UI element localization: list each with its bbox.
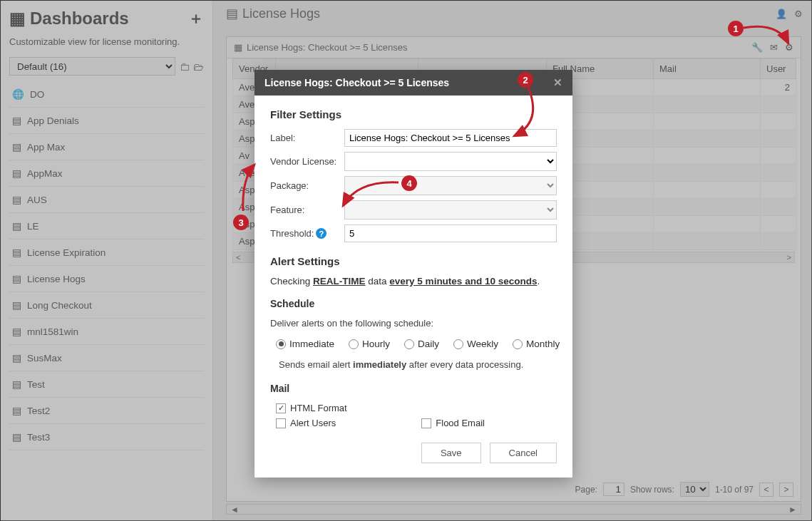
close-icon[interactable]: ✕ <box>553 76 562 89</box>
sidebar-item[interactable]: ▤Test2 <box>9 398 204 424</box>
chk-html-format[interactable]: ✓HTML Format <box>276 403 557 413</box>
feature-select[interactable] <box>344 200 557 220</box>
settings-gear-icon[interactable]: ⚙ <box>794 9 803 19</box>
radio-daily[interactable]: Daily <box>404 339 439 349</box>
vendor-field-label: Vendor License: <box>270 156 344 167</box>
radio-icon <box>404 339 414 349</box>
report-icon: ▤ <box>12 273 21 284</box>
user-icon[interactable]: 👤 <box>776 9 787 19</box>
feature-field-label: Feature: <box>270 205 344 215</box>
label-input[interactable] <box>344 129 557 147</box>
report-icon: ▤ <box>12 326 21 337</box>
schedule-subtext: Deliver alerts on the following schedule… <box>270 318 557 329</box>
sidebar-item[interactable]: 🌐DO <box>9 81 204 108</box>
alert-settings-heading: Alert Settings <box>270 255 557 267</box>
report-icon: ▤ <box>12 247 21 258</box>
sidebar-item[interactable]: ▤Test3 <box>9 424 204 450</box>
widget-gear-icon[interactable]: ⚙ <box>785 42 793 53</box>
dashboard-select[interactable]: Default (16) <box>9 57 175 76</box>
sidebar-item[interactable]: ▤App Max <box>9 134 204 160</box>
sidebar-item[interactable]: ▤App Denials <box>9 108 204 134</box>
showrows-select[interactable]: 10 <box>680 482 709 497</box>
range-label: 1-10 of 97 <box>715 485 754 495</box>
threshold-field-label: Threshold: ? <box>270 228 344 239</box>
radio-weekly[interactable]: Weekly <box>453 339 498 349</box>
sidebar-item[interactable]: ▤Long Checkout <box>9 292 204 319</box>
checkbox-icon <box>276 418 286 428</box>
folder-icon[interactable]: 🗀 <box>180 61 190 73</box>
sidebar-item[interactable]: ▤License Hogs <box>9 266 204 292</box>
schedule-heading: Schedule <box>270 298 557 309</box>
report-icon: ▤ <box>12 431 21 443</box>
help-icon[interactable]: ? <box>316 228 327 239</box>
dashboards-label: Dashboards <box>30 9 129 29</box>
sidebar-title: ▦ Dashboards <box>9 9 129 29</box>
report-icon: ▤ <box>12 352 21 363</box>
alert-frequency-text: Checking REAL-TIME data every 5 minutes … <box>270 276 557 287</box>
chk-flood-email[interactable]: Flood Email <box>421 418 485 428</box>
report-icon: ▤ <box>12 378 21 390</box>
next-page-button[interactable]: > <box>779 483 793 497</box>
cancel-button[interactable]: Cancel <box>490 443 557 463</box>
report-icon: ▤ <box>12 405 21 416</box>
filter-settings-heading: Filter Settings <box>270 108 557 120</box>
sidebar: ▦ Dashboards ＋ Customizable view for lic… <box>1 1 213 520</box>
col-mail[interactable]: Mail <box>654 59 761 79</box>
col-user[interactable]: User <box>761 59 796 79</box>
report-icon: ▤ <box>12 194 21 205</box>
radio-icon <box>513 339 523 349</box>
mail-heading: Mail <box>270 383 557 394</box>
mail-icon[interactable]: ✉ <box>770 42 778 53</box>
report-icon: ▤ <box>12 141 21 153</box>
radio-icon <box>349 339 359 349</box>
dashboard-icon: ▦ <box>9 9 26 29</box>
report-icon: ▤ <box>226 6 238 21</box>
table-icon: ▦ <box>234 42 242 53</box>
pagination: Page: Show rows: 10 1-10 of 97 < > <box>575 482 793 497</box>
page-title: ▤ License Hogs <box>226 6 320 21</box>
sidebar-subtitle: Customizable view for license monitoring… <box>9 36 204 47</box>
sidebar-item[interactable]: ▤SusMax <box>9 345 204 371</box>
page-input[interactable] <box>603 483 625 496</box>
schedule-note: Sends email alert immediately after ever… <box>279 359 557 370</box>
package-field-label: Package: <box>270 180 344 191</box>
sidebar-item[interactable]: ▤License Expiration <box>9 239 204 266</box>
radio-icon <box>276 339 286 349</box>
folder-open-icon[interactable]: 🗁 <box>193 61 204 73</box>
dashboard-list: 🌐DO ▤App Denials ▤App Max ▤AppMax ▤AUS ▤… <box>9 81 204 450</box>
report-icon: ▤ <box>12 299 21 311</box>
sidebar-item[interactable]: ▤LE <box>9 213 204 239</box>
label-field-label: Label: <box>270 133 344 143</box>
chk-alert-users[interactable]: Alert Users <box>276 418 336 428</box>
prev-page-button[interactable]: < <box>759 483 774 497</box>
radio-immediate[interactable]: Immediate <box>276 339 334 349</box>
main-hscroll[interactable]: ◄► <box>226 504 801 515</box>
radio-icon <box>453 339 463 349</box>
save-button[interactable]: Save <box>421 443 481 463</box>
radio-monthly[interactable]: Monthly <box>513 339 560 349</box>
wrench-icon[interactable]: 🔧 <box>751 42 763 53</box>
checkbox-icon <box>421 418 431 428</box>
checkbox-icon: ✓ <box>276 403 286 413</box>
report-icon: ▤ <box>12 167 21 179</box>
report-icon: ▤ <box>12 115 21 126</box>
sidebar-item[interactable]: ▤AppMax <box>9 160 204 187</box>
filter-settings-modal: License Hogs: Checkout >= 5 Licenses ✕ F… <box>255 70 572 478</box>
sidebar-item[interactable]: ▤Test <box>9 371 204 398</box>
package-select[interactable] <box>344 176 557 195</box>
threshold-input[interactable] <box>344 225 557 242</box>
globe-icon: 🌐 <box>12 88 24 100</box>
vendor-select[interactable] <box>344 152 557 171</box>
add-dashboard-button[interactable]: ＋ <box>188 8 204 29</box>
report-icon: ▤ <box>12 220 21 232</box>
radio-hourly[interactable]: Hourly <box>349 339 390 349</box>
modal-title: License Hogs: Checkout >= 5 Licenses <box>264 77 449 88</box>
sidebar-item[interactable]: ▤AUS <box>9 187 204 213</box>
widget-title: ▦ License Hogs: Checkout >= 5 Licenses <box>234 42 407 53</box>
sidebar-item[interactable]: ▤mnl1581win <box>9 319 204 345</box>
